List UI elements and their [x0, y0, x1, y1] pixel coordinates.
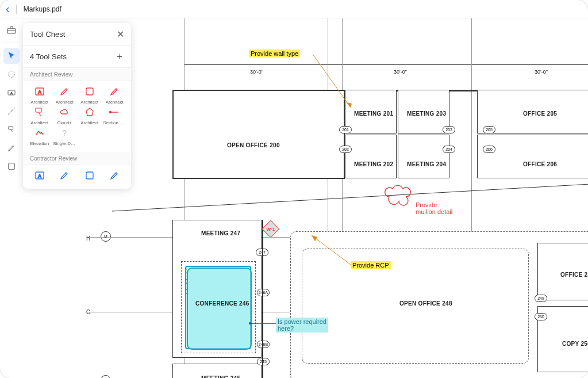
- svg-rect-0: [7, 29, 16, 33]
- file-name: Markups.pdf: [24, 5, 62, 13]
- svg-point-12: [110, 112, 112, 113]
- tool-chest-panel: Tool Chest ✕ 4 Tool Sets ＋ Architect Rev…: [23, 23, 131, 189]
- door-tag-246a: 246A: [257, 289, 270, 296]
- lasso-tool-icon[interactable]: [3, 66, 20, 82]
- tool-architect-highlight[interactable]: Architect: [103, 85, 127, 105]
- svg-rect-15: [86, 172, 93, 179]
- tool-section-detail[interactable]: Section D...: [103, 106, 127, 125]
- highlighter-tool-icon[interactable]: [3, 140, 20, 156]
- tool-elevation[interactable]: Elevation: [28, 127, 52, 146]
- select-tool-icon[interactable]: [3, 48, 20, 64]
- label-m245: MEETING 245: [201, 375, 240, 378]
- svg-text:A: A: [10, 91, 13, 95]
- top-bar: ‹ | Markups.pdf: [0, 0, 588, 18]
- svg-rect-9: [36, 108, 41, 112]
- label-open248: OPEN OFFICE 248: [399, 300, 452, 307]
- label-o249: OFFICE 249: [560, 272, 588, 278]
- svg-rect-4: [9, 127, 13, 129]
- door-tag-245: 245: [257, 358, 270, 365]
- pen-tool-icon[interactable]: [3, 103, 20, 119]
- callout-rcp[interactable]: Provide RCP: [351, 261, 391, 269]
- panel-subtitle: 4 Tool Sets: [30, 52, 67, 61]
- section-contractor-review[interactable]: Contractor Review: [23, 152, 131, 165]
- tool-architect-callout[interactable]: Architect: [28, 106, 52, 125]
- tool-contractor-rect[interactable]: [78, 169, 102, 182]
- section-architect-review[interactable]: Architect Review: [23, 68, 131, 81]
- tool-architect-polygon[interactable]: Architect: [78, 106, 102, 125]
- tool-contractor-highlight[interactable]: [103, 169, 127, 182]
- door-tag-250: 250: [535, 313, 547, 320]
- toolbar-rail: A: [0, 18, 23, 378]
- tool-contractor-textbox[interactable]: A: [28, 169, 52, 182]
- tool-architect-textbox[interactable]: AArchitect: [28, 85, 52, 105]
- svg-line-16: [112, 182, 588, 211]
- toolbox-icon[interactable]: [3, 22, 20, 38]
- svg-rect-5: [9, 163, 15, 170]
- callout-tool-icon[interactable]: [3, 121, 20, 138]
- shape-tool-icon[interactable]: [3, 158, 20, 174]
- svg-text:A: A: [38, 173, 41, 179]
- callout-wall-type[interactable]: Provide wall type: [249, 49, 300, 58]
- svg-point-1: [9, 71, 15, 78]
- label-conf246: CONFERENCE 246: [195, 300, 249, 307]
- markup-cloud-rect[interactable]: [185, 266, 251, 349]
- door-tag-249: 249: [535, 295, 547, 302]
- label-m247: MEETING 247: [201, 230, 240, 236]
- door-tag-246b: 246B: [257, 341, 270, 348]
- textbox-tool-icon[interactable]: A: [3, 85, 20, 101]
- add-toolset-icon[interactable]: ＋: [115, 51, 124, 63]
- close-icon[interactable]: ✕: [117, 29, 124, 40]
- separator: |: [16, 4, 18, 14]
- svg-text:A: A: [38, 89, 41, 95]
- tool-single-door[interactable]: ?Single-Do...: [53, 127, 77, 146]
- svg-rect-8: [86, 88, 93, 95]
- tool-architect-rect[interactable]: Architect: [78, 85, 102, 105]
- svg-rect-17: [187, 268, 251, 349]
- tool-contractor-pen[interactable]: [53, 169, 77, 182]
- callout-mullion[interactable]: Provide mullion detail: [414, 201, 454, 216]
- label-copy250: COPY 250: [562, 341, 588, 347]
- tool-architect-pen[interactable]: Architect: [53, 85, 77, 105]
- svg-marker-10: [86, 108, 93, 116]
- callout-power[interactable]: Is power required here?: [276, 318, 328, 333]
- back-icon[interactable]: ‹: [6, 2, 10, 16]
- panel-title: Tool Chest: [30, 30, 65, 39]
- tool-cloud-plus[interactable]: Cloud+: [53, 106, 77, 125]
